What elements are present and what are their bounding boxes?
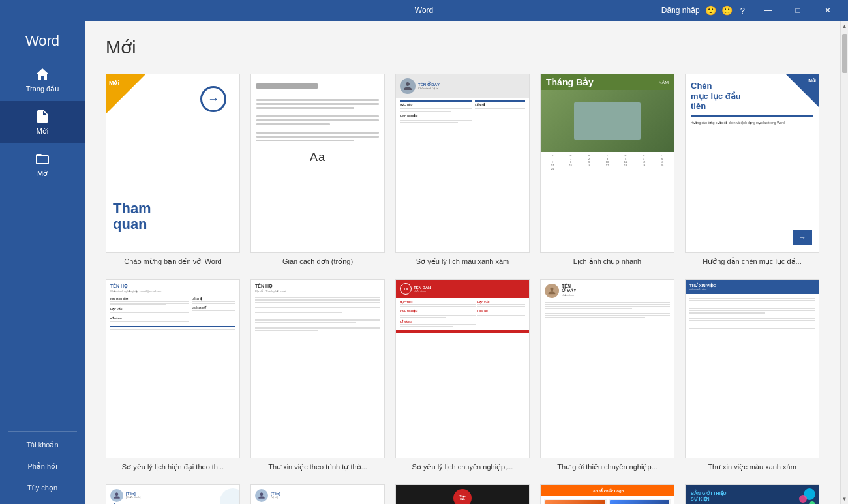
template-name-cv-blue: Sơ yếu lý lịch màu xanh xám	[395, 257, 530, 266]
welcome-badge-text: Mới	[109, 80, 119, 86]
sidebar-divider	[8, 431, 77, 432]
template-card-cv-red[interactable]: TB TÊN BẠN chức danh MỤC TIÊU	[395, 279, 530, 471]
template-card-event-colorful[interactable]: Tên tổ chức Logo	[540, 484, 674, 504]
template-name-cv-letter: Thư xin việc theo trình tự thờ...	[250, 462, 385, 471]
scroll-down-button[interactable]: ▼	[841, 494, 849, 504]
template-thumb-cv-letter: TÊN HỌ Địa chỉ • Thành phố • email	[250, 279, 385, 458]
template-card-event-blue[interactable]: BẢN GIỚI THIỆUSỰ KIỆN NÊN BẮT ĐẦUNHƯ THẾ…	[685, 484, 819, 504]
page-title: Mới	[106, 37, 819, 58]
template-thumb-blank: Aa	[250, 74, 385, 253]
sidebar-item-new[interactable]: Mới	[0, 101, 85, 143]
sidebar-item-home[interactable]: Trang đầu	[0, 59, 85, 101]
toc-badge-text: Mới	[808, 78, 816, 83]
template-card-cv-circle-2[interactable]: [Tên] [Vị trí] KINH NGHIỆM HỌC VẤN LIÊN …	[250, 484, 385, 504]
sidebar-item-open[interactable]: Mở	[0, 143, 85, 186]
template-name-cv-modern: Sơ yếu lý lịch hiện đại theo th...	[106, 462, 240, 471]
template-name-calendar: Lịch ảnh chụp nhanh	[540, 257, 674, 266]
sidebar-item-options[interactable]: Tùy chọn	[0, 477, 85, 499]
template-name-cv-letter-blue: Thư xin việc màu xanh xám	[685, 462, 819, 471]
sidebar-item-account[interactable]: Tài khoản	[0, 434, 85, 456]
template-thumb-cv-red: TB TÊN BẠN chức danh MỤC TIÊU	[395, 279, 530, 458]
sidebar: Word Trang đầu Mới Mở	[0, 21, 85, 504]
template-thumb-event-colorful: Tên tổ chức Logo	[540, 484, 674, 504]
template-thumb-event-blue: BẢN GIỚI THIỆUSỰ KIỆN NÊN BẮT ĐẦUNHƯ THẾ…	[685, 484, 819, 504]
template-card-blank[interactable]: Aa Giãn cách đơn (trống)	[250, 74, 385, 266]
welcome-big-text: Thamquan	[113, 201, 151, 232]
signin-label[interactable]: Đăng nhập	[661, 6, 700, 15]
template-thumb-menu-dark: ThựcĐơn BẮT ĐẦU	[395, 484, 530, 504]
open-icon	[35, 151, 50, 167]
template-card-cv-blue[interactable]: TÊN Ở ĐÂY Chức danh / vị trí MỤC TIÊU	[395, 74, 530, 266]
template-card-cv-letter-blue[interactable]: THƯ XIN VIỆC màu xanh xám	[685, 279, 819, 471]
scroll-thumb[interactable]	[842, 34, 847, 73]
template-card-menu-dark[interactable]: ThựcĐơn BẮT ĐẦU	[395, 484, 530, 504]
template-grid: Mới → Thamquan Chào mừng bạn đến với Wor…	[106, 74, 819, 504]
template-card-cv-intro[interactable]: TÊNỞ ĐÂY chức danh	[540, 279, 674, 471]
template-name-blank: Giãn cách đơn (trống)	[250, 257, 385, 266]
sidebar-home-label: Trang đầu	[26, 85, 59, 93]
template-card-cv-modern[interactable]: TÊN HỌ Chức danh nghề nghiệp • email@ema…	[106, 279, 240, 471]
template-thumb-toc: Mới Chènmục lục đầutiên Hướng dẫn từng b…	[685, 74, 819, 253]
template-thumb-cv-circle-1: [Tên] [Chức danh] TRẢI KỸ NĂNG LIÊN HỆ	[106, 484, 240, 504]
feedback-smiley-icon[interactable]: 🙂	[705, 5, 716, 16]
template-card-cv-letter[interactable]: TÊN HỌ Địa chỉ • Thành phố • email	[250, 279, 385, 471]
scrollbar[interactable]: ▲ ▼	[840, 21, 848, 504]
scroll-up-button[interactable]: ▲	[841, 21, 849, 31]
title-bar-actions: Đăng nhập 🙂 🙁 ? — □ ✕	[661, 0, 843, 21]
template-thumb-calendar: Tháng Bảy NĂM S H B T	[540, 74, 674, 253]
template-thumb-welcome: Mới → Thamquan	[106, 74, 240, 253]
minimize-button[interactable]: —	[753, 0, 783, 21]
template-name-welcome: Chào mừng bạn đến với Word	[106, 257, 240, 266]
title-bar: Word Đăng nhập 🙂 🙁 ? — □ ✕	[0, 0, 848, 21]
home-icon	[35, 67, 50, 82]
new-icon	[35, 109, 50, 125]
template-thumb-cv-intro: TÊNỞ ĐÂY chức danh	[540, 279, 674, 458]
window-controls: — □ ✕	[753, 0, 843, 21]
template-card-calendar[interactable]: Tháng Bảy NĂM S H B T	[540, 74, 674, 266]
content-area: Mới Mới → Thamquan Chào mừng bạn đến với…	[85, 21, 840, 504]
template-name-cv-red: Sơ yếu lý lịch chuyên nghiệp,...	[395, 462, 530, 471]
help-button[interactable]: ?	[738, 6, 748, 16]
toc-arrow-icon: →	[793, 230, 812, 245]
maximize-button[interactable]: □	[783, 0, 813, 21]
sad-icon[interactable]: 🙁	[721, 5, 733, 16]
template-name-cv-intro: Thư giới thiệu chuyên nghiệp...	[540, 462, 674, 471]
template-thumb-cv-blue: TÊN Ở ĐÂY Chức danh / vị trí MỤC TIÊU	[395, 74, 530, 253]
template-thumb-cv-letter-blue: THƯ XIN VIỆC màu xanh xám	[685, 279, 819, 458]
sidebar-nav: Trang đầu Mới Mở	[0, 59, 85, 428]
template-thumb-cv-circle-2: [Tên] [Vị trí] KINH NGHIỆM HỌC VẤN LIÊN …	[250, 484, 385, 504]
template-card-cv-circle-1[interactable]: [Tên] [Chức danh] TRẢI KỸ NĂNG LIÊN HỆ	[106, 484, 240, 504]
sidebar-app-name: Word	[0, 21, 85, 59]
template-thumb-cv-modern: TÊN HỌ Chức danh nghề nghiệp • email@ema…	[106, 279, 240, 458]
template-card-toc[interactable]: Mới Chènmục lục đầutiên Hướng dẫn từng b…	[685, 74, 819, 266]
sidebar-bottom: Tài khoản Phản hồi Tùy chọn	[0, 428, 85, 504]
app-title-center: Word	[415, 6, 433, 15]
template-card-welcome[interactable]: Mới → Thamquan Chào mừng bạn đến với Wor…	[106, 74, 240, 266]
template-name-toc: Hướng dẫn chèn mục lục đầ...	[685, 257, 819, 266]
welcome-arrow-icon: →	[200, 86, 226, 112]
sidebar-item-feedback[interactable]: Phản hồi	[0, 456, 85, 477]
sidebar-open-label: Mở	[37, 170, 48, 178]
sidebar-new-label: Mới	[37, 127, 49, 136]
close-button[interactable]: ✕	[813, 0, 843, 21]
